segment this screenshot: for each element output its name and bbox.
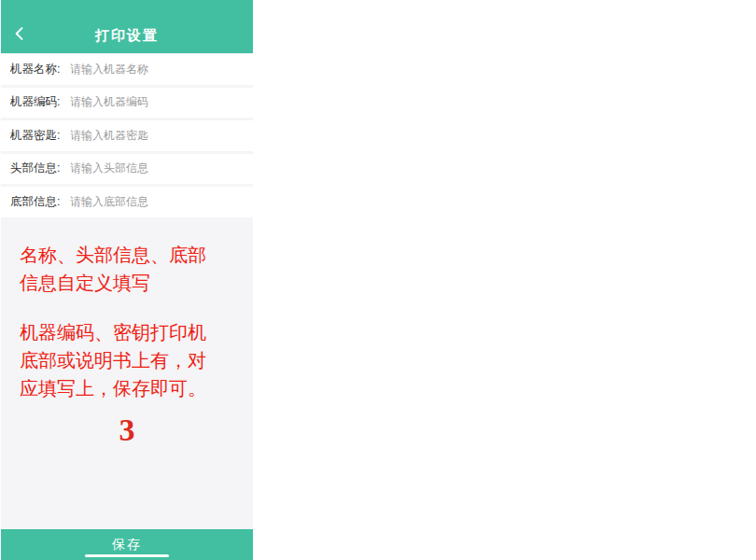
machine-code-field[interactable]: 机器编码:请输入机器编码 <box>1 88 253 119</box>
header-info-field[interactable]: 头部信息:请输入头部信息 <box>1 154 253 185</box>
machine-key-field[interactable]: 机器密匙:请输入机器密匙 <box>1 120 253 151</box>
page-title: 打印设置 <box>1 27 253 45</box>
machine-name-placeholder[interactable]: 请输入机器名称 <box>70 62 148 77</box>
footer-info-placeholder[interactable]: 请输入底部信息 <box>70 194 148 210</box>
machine-code-placeholder[interactable]: 请输入机器编码 <box>70 94 148 110</box>
annotation-step-3: 3 <box>1 414 253 446</box>
machine-name-field[interactable]: 机器名称:请输入机器名称 <box>1 54 253 85</box>
machine-key-placeholder[interactable]: 请输入机器密匙 <box>70 128 148 144</box>
home-indicator <box>85 554 169 557</box>
print-settings-screen: 打印设置 机器名称:请输入机器名称 机器编码:请输入机器编码 机器密匙:请输入机… <box>0 0 253 560</box>
header-info-placeholder[interactable]: 请输入头部信息 <box>70 161 148 176</box>
footer-info-field[interactable]: 底部信息:请输入底部信息 <box>1 187 253 217</box>
screenshot-stage: 首页 销售数据 0 今日销售 今日会员支付 0 今日核销总额 0 1515.2本… <box>0 0 756 560</box>
print-settings-form: 机器名称:请输入机器名称 机器编码:请输入机器编码 机器密匙:请输入机器密匙 头… <box>1 54 253 220</box>
annotation-instructions: 名称、头部信息、底部 信息自定义填写 机器编码、密钥打印机 底部或说明书上有，对… <box>20 241 221 402</box>
nav-header: 打印设置 <box>1 0 253 53</box>
